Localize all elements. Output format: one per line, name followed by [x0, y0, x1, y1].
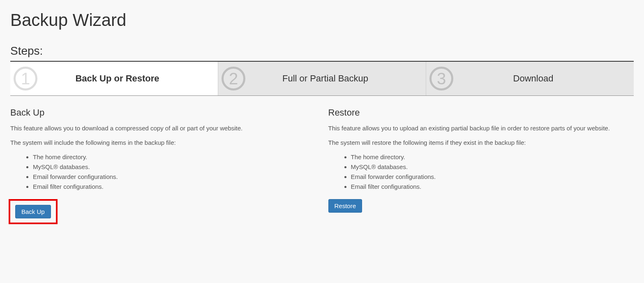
list-item: Email filter configurations. [33, 182, 316, 192]
restore-column: Restore This feature allows you to uploa… [328, 107, 634, 224]
steps-heading: Steps: [10, 44, 634, 58]
step-3[interactable]: 3 Download [426, 62, 634, 95]
backup-heading: Back Up [10, 107, 316, 118]
step-1[interactable]: 1 Back Up or Restore [10, 62, 218, 95]
backup-button[interactable]: Back Up [15, 205, 51, 218]
list-item: Email forwarder configurations. [33, 172, 316, 182]
backup-column: Back Up This feature allows you to downl… [10, 107, 316, 224]
restore-items-list: The home directory. MySQL® databases. Em… [328, 152, 634, 192]
restore-heading: Restore [328, 107, 634, 118]
list-item: Email forwarder configurations. [351, 172, 634, 182]
step-2[interactable]: 2 Full or Partial Backup [218, 62, 426, 95]
step-number-2-icon: 2 [222, 67, 245, 90]
backup-items-list: The home directory. MySQL® databases. Em… [10, 152, 316, 192]
step-2-label: Full or Partial Backup [249, 73, 422, 85]
restore-list-intro: The system will restore the following it… [328, 138, 634, 148]
list-item: MySQL® databases. [351, 162, 634, 172]
restore-intro: This feature allows you to upload an exi… [328, 124, 634, 133]
list-item: MySQL® databases. [33, 162, 316, 172]
backup-intro: This feature allows you to download a co… [10, 124, 316, 133]
highlight-annotation: Back Up [9, 199, 58, 224]
list-item: The home directory. [351, 152, 634, 162]
step-1-label: Back Up or Restore [41, 73, 215, 85]
step-number-1-icon: 1 [14, 67, 37, 90]
restore-button[interactable]: Restore [328, 199, 362, 213]
step-3-label: Download [457, 73, 630, 85]
list-item: The home directory. [33, 152, 316, 162]
page-title: Backup Wizard [10, 10, 634, 30]
content-columns: Back Up This feature allows you to downl… [10, 107, 634, 224]
steps-container: 1 Back Up or Restore 2 Full or Partial B… [10, 61, 634, 96]
step-number-3-icon: 3 [429, 67, 453, 90]
list-item: Email filter configurations. [351, 182, 634, 192]
backup-list-intro: The system will include the following it… [10, 138, 316, 148]
